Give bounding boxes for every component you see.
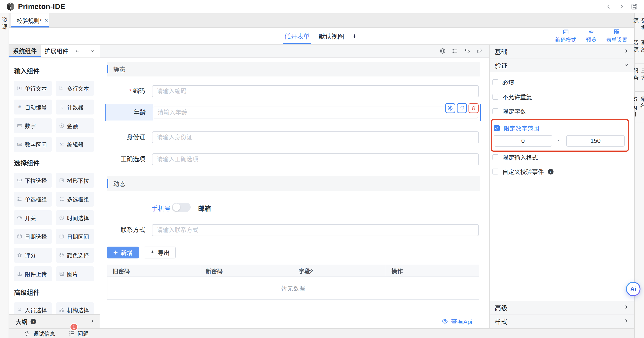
add-view-button[interactable]: + — [352, 32, 357, 40]
sidebar-tab-system-components[interactable]: 系统组件 — [9, 45, 41, 57]
chip-select[interactable]: 下拉选择 — [14, 173, 52, 188]
history-back-button[interactable] — [605, 3, 612, 10]
save-icon[interactable] — [631, 3, 638, 10]
chip-date-range[interactable]: 日期区间 — [56, 229, 94, 244]
range-min-input[interactable] — [494, 135, 552, 147]
outline-info-icon[interactable]: i — [30, 319, 36, 324]
field-copy-button[interactable] — [457, 103, 467, 113]
field-row-correct-option[interactable]: 正确选项 — [107, 153, 480, 165]
chip-attachment-upload[interactable]: 附件上传 — [14, 266, 52, 281]
chip-date-picker[interactable]: 日期选择 — [14, 229, 52, 244]
history-forward-button[interactable] — [618, 3, 625, 10]
field-settings-button[interactable] — [445, 103, 455, 113]
chip-editor[interactable]: A 编辑器 — [56, 137, 94, 152]
accordion-style[interactable]: 样式 — [490, 314, 634, 328]
form-design-surface[interactable]: 静态 *编码 年龄 — [100, 58, 489, 328]
chip-person-picker[interactable]: 人员选择 — [14, 302, 52, 314]
chip-auto-number[interactable]: # 自动编号 — [14, 100, 52, 115]
export-button[interactable]: 导出 — [144, 247, 176, 258]
checkbox-unchecked[interactable] — [492, 169, 498, 174]
chip-number-range[interactable]: 1~3 数字区间 — [14, 137, 52, 152]
i18n-globe-icon[interactable] — [439, 48, 446, 54]
outline-tree-icon[interactable] — [452, 48, 458, 54]
strip-item-third-party-services[interactable]: 三方服务 — [635, 64, 644, 92]
group-title-select: 选择组件 — [14, 158, 100, 167]
code-mode-button[interactable]: 编码模式 — [555, 29, 576, 43]
toggle-option-phone[interactable]: 手机号 — [152, 203, 171, 213]
contact-input[interactable] — [152, 224, 479, 236]
chip-org-picker[interactable]: 机构选择 — [56, 302, 94, 314]
checkbox-unchecked[interactable] — [492, 79, 498, 85]
chip-checkbox-group[interactable]: 多选框组 — [56, 192, 94, 207]
chip-single-line-text[interactable]: A 单行文本 — [14, 81, 52, 96]
chip-counter[interactable]: 计数器 — [56, 100, 94, 115]
section-dynamic[interactable]: 动态 — [107, 176, 480, 191]
check-char-limit[interactable]: 限定字数 — [492, 107, 526, 116]
plus-icon — [113, 250, 118, 255]
strip-item-data-source[interactable]: 数据源 — [635, 14, 644, 35]
col-old-password: 旧密码 — [108, 265, 200, 276]
check-number-range[interactable]: 限定数字范围 — [494, 124, 539, 133]
component-sort-icon[interactable] — [75, 45, 80, 57]
tab-default-view[interactable]: 默认视图 — [318, 28, 344, 44]
age-input[interactable] — [153, 107, 478, 118]
checkbox-unchecked[interactable] — [492, 154, 498, 160]
problems-button[interactable]: 问题 — [69, 329, 88, 337]
toggle-option-email[interactable]: 邮箱 — [198, 203, 211, 213]
ai-assistant-button[interactable]: Ai — [626, 282, 640, 296]
check-required[interactable]: 必填 — [492, 78, 514, 87]
chevron-down-icon — [623, 62, 629, 69]
check-input-format[interactable]: 限定输入格式 — [492, 153, 538, 162]
undo-icon[interactable] — [464, 48, 470, 54]
outline-footer-toggle[interactable]: 大纲 i — [9, 314, 100, 328]
left-resource-strip[interactable]: 资源 — [0, 14, 9, 338]
doc-tab-label: 校验规则* — [17, 17, 42, 25]
strip-item-offline-resources[interactable]: 离线资源 — [635, 35, 644, 64]
field-row-contact[interactable]: 联系方式 — [107, 224, 480, 236]
chip-color-picker[interactable]: 颜色选择 — [56, 248, 94, 263]
check-no-duplicate[interactable]: 不允许重复 — [492, 93, 532, 101]
field-row-code[interactable]: *编码 — [107, 85, 480, 97]
phone-email-switch[interactable] — [172, 203, 191, 212]
sidebar-tab-extended-components[interactable]: 扩展组件 — [41, 45, 72, 57]
chip-number[interactable]: 123 数字 — [14, 118, 52, 133]
chip-switch[interactable]: 开关 — [14, 210, 52, 225]
chip-tree-select[interactable]: 树形下拉 — [56, 173, 94, 188]
chip-radio-group[interactable]: 单选框组 — [14, 192, 52, 207]
view-api-link[interactable]: 查看Api — [442, 317, 472, 326]
field-delete-button[interactable] — [468, 103, 478, 113]
checkbox-unchecked[interactable] — [492, 94, 498, 100]
chip-time-picker[interactable]: 时间选择 — [56, 210, 94, 225]
accordion-advanced[interactable]: 高级 — [490, 301, 634, 314]
annotation-highlight-box: 限定数字范围 ~ — [491, 119, 629, 152]
strip-item-named-sql[interactable]: 命名Sql — [635, 92, 644, 122]
id-card-input[interactable] — [152, 131, 479, 143]
section-static[interactable]: 静态 — [107, 62, 480, 77]
chip-amount[interactable]: ¥ 金额 — [56, 118, 94, 133]
left-strip-label[interactable]: 资源 — [0, 17, 8, 338]
chip-rating[interactable]: 评分 — [14, 248, 52, 263]
redo-icon[interactable] — [476, 48, 483, 54]
number-range-icon: 1~3 — [17, 142, 22, 147]
field-row-id-card[interactable]: 身份证 — [107, 131, 480, 143]
accordion-validation[interactable]: 验证 — [490, 59, 634, 72]
range-max-input[interactable] — [566, 135, 625, 147]
checkbox-checked[interactable] — [494, 125, 500, 131]
add-row-button[interactable]: 新增 — [107, 247, 139, 258]
chip-multi-line-text[interactable]: A 多行文本 — [56, 81, 94, 96]
accordion-basic[interactable]: 基础 — [490, 45, 634, 59]
tab-validation-rules[interactable]: 校验规则* × — [11, 14, 49, 28]
custom-validation-info-icon[interactable]: i — [548, 169, 554, 174]
debug-info-button[interactable]: 调试信息 — [24, 329, 55, 337]
correct-option-input[interactable] — [152, 153, 479, 165]
check-custom-validation[interactable]: 自定义校验事件 i — [492, 167, 554, 176]
sidebar-collapse-icon[interactable] — [90, 45, 95, 57]
field-row-age-selected[interactable]: 年龄 — [106, 104, 481, 121]
checkbox-unchecked[interactable] — [492, 108, 498, 114]
tab-lowcode-form[interactable]: 低开表单 — [284, 28, 310, 44]
close-tab-icon[interactable]: × — [44, 17, 48, 24]
chip-image[interactable]: 图片 — [56, 266, 94, 281]
form-settings-button[interactable]: 表单设置 — [606, 29, 627, 43]
preview-button[interactable]: 预览 — [586, 29, 596, 43]
code-input[interactable] — [152, 85, 479, 97]
